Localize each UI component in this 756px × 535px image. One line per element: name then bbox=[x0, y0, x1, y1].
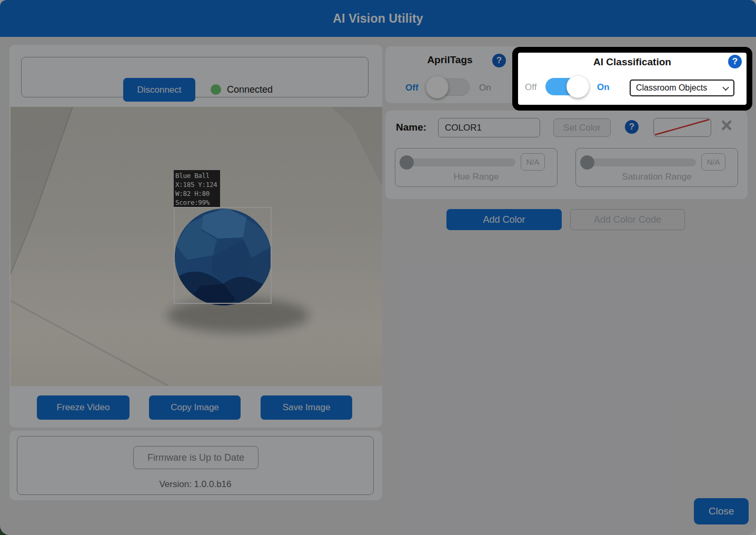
toggle-knob bbox=[566, 75, 589, 98]
ai-vision-utility-window: AI Vision Utility Disconnect Connected bbox=[0, 0, 756, 535]
ai-classification-panel: AI Classification ? Off On Classroom Obj… bbox=[518, 53, 747, 105]
chevron-down-icon bbox=[722, 84, 729, 91]
ai-classification-toggle[interactable] bbox=[545, 78, 588, 95]
model-select-dropdown[interactable]: Classroom Objects bbox=[630, 80, 734, 96]
ai-classification-off-label: Off bbox=[525, 82, 536, 93]
ai-classification-highlight: AI Classification ? Off On Classroom Obj… bbox=[512, 47, 752, 111]
ai-classification-title: AI Classification bbox=[518, 56, 747, 68]
ai-classification-on-label: On bbox=[597, 82, 610, 93]
ai-classification-help-icon[interactable]: ? bbox=[728, 55, 742, 68]
model-select-value: Classroom Objects bbox=[636, 83, 720, 93]
